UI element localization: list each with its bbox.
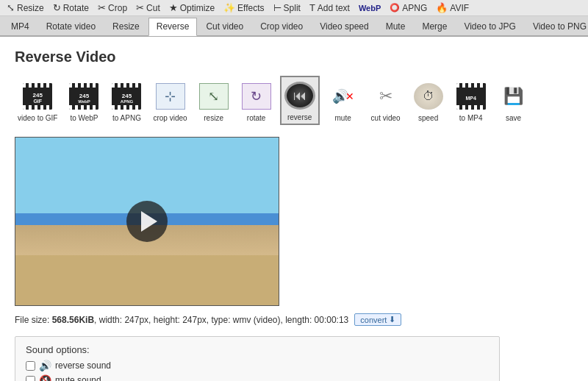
menu-split[interactable]: ⊢ Split (270, 1, 304, 14)
play-button[interactable] (126, 201, 168, 242)
tab-crop-video[interactable]: Crop video (252, 18, 311, 35)
menu-addtext[interactable]: T Add text (306, 1, 354, 14)
menu-rotate[interactable]: ↻ Rotate (49, 1, 93, 14)
tool-bar: 245 GIF video to GIF 245 WebP to WebP 24… (15, 76, 573, 125)
tab-video-speed[interactable]: Video speed (312, 18, 377, 35)
reverse-sound-label[interactable]: reverse sound (55, 360, 111, 371)
effects-icon: ✨ (223, 2, 235, 13)
tab-resize[interactable]: Resize (104, 18, 148, 35)
tool-save[interactable]: 💾 save (495, 77, 533, 125)
menu-apng[interactable]: ⭕ APNG (386, 2, 431, 14)
menu-effects[interactable]: ✨ Effects (220, 1, 268, 14)
tab-video-to-jpg[interactable]: Video to JPG (456, 18, 524, 35)
addtext-icon: T (309, 2, 315, 13)
menu-resize[interactable]: ⤡ Resize (3, 1, 48, 14)
tool-to-webp[interactable]: 245 WebP to WebP (65, 77, 103, 125)
tool-video-to-gif[interactable]: 245 GIF video to GIF (15, 77, 60, 125)
rotate-icon: ↻ (53, 2, 61, 13)
tab-bar: MP4 Rotate video Resize Reverse Cut vide… (0, 16, 588, 37)
resize-icon: ⤡ (7, 2, 15, 13)
tool-resize[interactable]: ⤡ resize (195, 77, 233, 125)
mute-sound-option: 🔇 mute sound (26, 374, 489, 381)
file-info-text: File size: 568.56KiB, width: 247px, heig… (15, 315, 348, 325)
tab-mp4[interactable]: MP4 (3, 18, 37, 35)
mute-sound-label[interactable]: mute sound (55, 375, 101, 381)
mute-sound-checkbox[interactable] (26, 376, 35, 382)
reverse-sound-icon: 🔊 (39, 360, 51, 371)
tool-reverse[interactable]: ⏮ reverse (280, 76, 320, 125)
to-mp4-icon: MP4 (456, 83, 486, 110)
menu-cut[interactable]: ✂ Cut (132, 1, 164, 14)
mute-sound-icon: 🔇 (39, 374, 51, 381)
menu-webp[interactable]: WebP (355, 3, 384, 13)
to-webp-icon: 245 WebP (69, 83, 98, 110)
rotate-tool-icon: ↻ (242, 83, 271, 110)
tool-mute[interactable]: 🔊✕ mute (324, 77, 362, 125)
tool-cut-video[interactable]: ✂ cut video (367, 77, 405, 125)
webp-icon: WebP (359, 4, 381, 13)
optimize-icon: ★ (169, 2, 178, 13)
cut-icon: ✂ (136, 2, 144, 13)
main-content: Reverse Video 245 GIF video to GIF 245 W… (0, 37, 588, 381)
top-menu-bar: ⤡ Resize ↻ Rotate ✂ Crop ✂ Cut ★ Optimiz… (0, 0, 588, 16)
split-icon: ⊢ (273, 2, 282, 13)
tab-mute[interactable]: Mute (378, 18, 414, 35)
menu-crop[interactable]: ✂ Crop (94, 1, 131, 14)
reverse-sound-option: 🔊 reverse sound (26, 360, 489, 371)
sound-options-panel: Sound options: 🔊 reverse sound 🔇 mute so… (15, 336, 500, 381)
tool-speed[interactable]: ⏱ speed (409, 77, 448, 125)
tab-merge[interactable]: Merge (414, 18, 455, 35)
to-apng-icon: 245 APNG (112, 83, 141, 110)
tab-reverse[interactable]: Reverse (148, 18, 198, 36)
crop-icon: ✂ (98, 2, 106, 13)
reverse-tool-icon: ⏮ (284, 82, 315, 110)
download-icon: ⬇ (389, 315, 395, 324)
tab-cut-video[interactable]: Cut video (198, 18, 251, 35)
mute-tool-icon: 🔊✕ (329, 83, 358, 110)
tab-rotate-video[interactable]: Rotate video (38, 18, 104, 35)
menu-optimize[interactable]: ★ Optimize (165, 1, 218, 14)
play-triangle-icon (141, 211, 157, 232)
save-tool-icon: 💾 (499, 83, 528, 110)
resize-tool-icon: ⤡ (199, 83, 229, 110)
page-title: Reverse Video (15, 49, 573, 65)
apng-icon: ⭕ (390, 3, 400, 13)
avif-icon: 🔥 (436, 2, 448, 13)
speed-tool-icon: ⏱ (414, 83, 443, 110)
tool-to-mp4[interactable]: MP4 to MP4 (452, 77, 490, 125)
menu-avif[interactable]: 🔥 AVIF (432, 1, 473, 14)
convert-button[interactable]: convert ⬇ (354, 313, 401, 326)
video-preview[interactable] (15, 137, 279, 306)
reverse-sound-checkbox[interactable] (26, 361, 35, 371)
file-size: 568.56KiB (52, 315, 94, 325)
video-to-gif-icon: 245 GIF (23, 83, 52, 110)
tool-to-apng[interactable]: 245 APNG to APNG (107, 77, 146, 125)
cut-tool-icon: ✂ (371, 83, 401, 110)
file-info: File size: 568.56KiB, width: 247px, heig… (15, 313, 573, 326)
tool-crop-video[interactable]: ⊹ crop video (150, 77, 190, 125)
tab-video-to-png[interactable]: Video to PNG (525, 18, 588, 35)
crop-video-icon: ⊹ (156, 83, 185, 110)
tool-rotate[interactable]: ↻ rotate (237, 77, 276, 125)
sound-options-title: Sound options: (26, 344, 489, 355)
